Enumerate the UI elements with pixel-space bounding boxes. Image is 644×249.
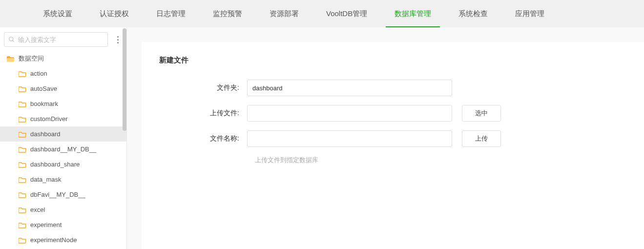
tree-node-7[interactable]: data_mask (0, 172, 126, 187)
tree-node-label: autoSave (30, 85, 57, 92)
nav-item-6[interactable]: 数据库管理 (381, 0, 445, 27)
more-options-button[interactable] (113, 35, 123, 44)
nav-item-0[interactable]: 系统设置 (29, 0, 86, 27)
tree-node-label: experimentNode (30, 236, 77, 244)
tree-node-6[interactable]: dashboard_share (0, 157, 126, 172)
search-icon (8, 36, 15, 43)
tree-node-10[interactable]: experiment (0, 217, 126, 232)
tree-node-8[interactable]: dbFavi__MY_DB__ (0, 187, 126, 202)
svg-point-0 (9, 37, 13, 41)
tree-node-label: customDriver (30, 115, 68, 123)
tree-node-label: experiment (30, 221, 62, 228)
folder-icon (19, 191, 26, 198)
folder-icon (19, 207, 26, 213)
new-file-panel: 新建文件 文件夹: 上传文件: 选中 文件名称: 上传 上传文件到指定数据库 (142, 42, 644, 249)
tree-node-label: excel (30, 206, 45, 213)
upload-hint: 上传文件到指定数据库 (255, 156, 626, 165)
filename-label: 文件名称: (159, 134, 247, 143)
search-box[interactable] (4, 32, 108, 47)
tree-node-label: action (30, 70, 47, 77)
folder-icon (19, 237, 26, 244)
nav-item-1[interactable]: 认证授权 (86, 0, 143, 27)
tree-node-label: dashboard (30, 130, 60, 138)
folder-tree: 数据空间 actionautoSavebookmarkcustomDriverd… (0, 51, 126, 249)
nav-item-5[interactable]: VooltDB管理 (312, 0, 381, 27)
folder-icon (19, 101, 26, 107)
tree-node-5[interactable]: dashboard__MY_DB__ (0, 142, 126, 157)
tree-node-label: dashboard__MY_DB__ (30, 145, 96, 153)
nav-item-2[interactable]: 日志管理 (143, 0, 199, 27)
tree-node-11[interactable]: experimentNode (0, 232, 126, 248)
nav-item-7[interactable]: 系统检查 (445, 0, 501, 27)
panel-title: 新建文件 (159, 56, 626, 65)
svg-line-1 (13, 41, 14, 42)
search-input[interactable] (18, 36, 104, 43)
folder-label: 文件夹: (159, 83, 247, 92)
nav-item-3[interactable]: 监控预警 (199, 0, 256, 27)
folder-icon (19, 116, 26, 123)
tree-node-4[interactable]: dashboard (0, 126, 126, 142)
folder-icon (19, 131, 26, 138)
tree-node-1[interactable]: autoSave (0, 81, 126, 96)
folder-icon (19, 70, 26, 77)
select-file-button[interactable]: 选中 (462, 105, 501, 122)
folder-icon (19, 222, 26, 228)
sidebar: 数据空间 actionautoSavebookmarkcustomDriverd… (0, 27, 127, 249)
sidebar-scrollbar-thumb[interactable] (123, 28, 126, 131)
nav-item-4[interactable]: 资源部署 (256, 0, 312, 27)
tree-node-label: dbFavi__MY_DB__ (30, 191, 85, 198)
tree-node-label: dashboard_share (30, 161, 80, 168)
folder-icon (19, 85, 26, 92)
folder-open-icon (7, 55, 15, 62)
filename-input[interactable] (247, 130, 452, 147)
tree-node-2[interactable]: bookmark (0, 96, 126, 111)
nav-item-8[interactable]: 应用管理 (501, 0, 558, 27)
upload-file-label: 上传文件: (159, 109, 247, 118)
tree-node-9[interactable]: excel (0, 202, 126, 217)
main-content: 新建文件 文件夹: 上传文件: 选中 文件名称: 上传 上传文件到指定数据库 (127, 27, 644, 249)
tree-root-label: 数据空间 (19, 54, 44, 63)
tree-node-label: bookmark (30, 100, 58, 107)
upload-button[interactable]: 上传 (462, 130, 501, 147)
folder-icon (19, 161, 26, 168)
tree-node-label: data_mask (30, 176, 62, 183)
tree-node-0[interactable]: action (0, 66, 126, 81)
upload-file-input[interactable] (247, 105, 452, 122)
top-nav: 系统设置认证授权日志管理监控预警资源部署VooltDB管理数据库管理系统检查应用… (0, 0, 644, 27)
folder-input[interactable] (247, 80, 452, 96)
folder-icon (19, 146, 26, 153)
tree-root-node[interactable]: 数据空间 (0, 51, 126, 66)
tree-node-3[interactable]: customDriver (0, 111, 126, 126)
folder-icon (19, 176, 26, 183)
